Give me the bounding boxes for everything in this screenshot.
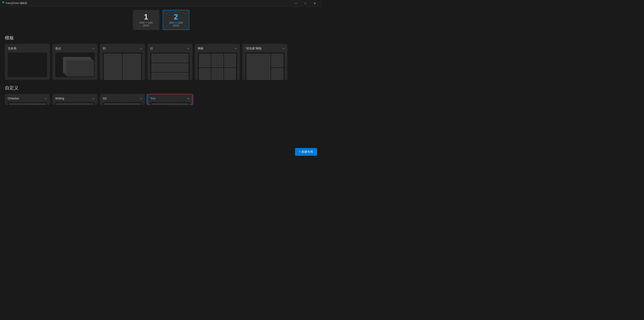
main-content: 1 2560 × 1600 200% 2 3841 × 2160 225% 模板… [0,7,322,160]
template-grid-edit-button[interactable] [235,47,237,50]
template-priority-grid-edit-button[interactable] [282,47,284,50]
custom-writing-preview [55,102,94,105]
template-focus-preview [55,53,94,77]
custom-test-title: Test [150,97,156,100]
custom-ohanlon-title: OHanlon [8,97,19,100]
col-2 [123,54,141,80]
template-priority-grid-header: "优先级"网格 [245,47,284,50]
writing-main [56,103,93,105]
monitor-card-2[interactable]: 2 3841 × 2160 225% [163,10,189,30]
template-priority-grid-title: "优先级"网格 [245,47,262,50]
custom-ss-preview [103,102,142,105]
monitor-2-resolution: 3841 × 2160 [167,21,185,24]
ohanlon-right-bottom [26,104,46,105]
close-button[interactable]: ✕ [310,0,320,7]
template-grid-title: 网格 [198,47,204,50]
template-rows-header: 行 [150,47,190,50]
monitor-1-resolution: 2560 × 1600 [137,21,155,24]
template-priority-grid-preview [245,53,284,80]
custom-ss-title: SS [103,97,107,100]
template-no-layout-preview [8,53,47,77]
test-cell-4 [172,105,188,105]
template-columns-header: 列 [103,47,142,50]
template-rows-preview [150,53,190,80]
templates-section-header: 模板 [5,35,317,41]
app-title: FancyZones 编辑器 [6,2,291,5]
priority-main-cell [246,54,270,80]
template-columns-edit-button[interactable] [140,47,142,50]
template-focus-header: 焦点 [55,47,94,50]
test-cell-3 [152,104,173,105]
custom-ohanlon[interactable]: OHanlon [5,94,50,105]
monitor-1-scale: 200% [137,24,155,27]
window-controls: ─ □ ✕ [291,0,320,7]
grid-cell-4 [199,68,211,80]
template-no-layout-header: 无布局 [8,47,47,50]
template-priority-grid[interactable]: "优先级"网格 [242,44,288,80]
custom-layouts-grid: OHanlon Writing SS [5,94,317,105]
template-focus[interactable]: 焦点 [52,44,98,80]
template-rows[interactable]: 行 [148,44,192,80]
custom-ss[interactable]: SS [100,94,145,105]
grid-cell-3 [224,54,236,67]
monitor-selector: 1 2560 × 1600 200% 2 3841 × 2160 225% [5,10,317,30]
ohanlon-left [9,103,26,105]
grid-cell-5 [212,68,223,80]
minimize-button[interactable]: ─ [291,0,301,7]
template-grid-header: 网格 [198,47,237,50]
custom-test-edit-button[interactable] [188,97,190,100]
ss-cell-3 [104,104,122,105]
custom-ss-header: SS [103,97,142,100]
custom-writing-title: Writing [55,97,64,100]
custom-ohanlon-edit-button[interactable] [45,97,47,100]
priority-side-cell-2 [271,68,283,80]
template-no-layout-title: 无布局 [8,47,16,50]
ss-cell-4 [122,104,141,105]
monitor-2-scale: 225% [167,24,185,27]
maximize-button[interactable]: □ [301,0,310,7]
template-rows-edit-button[interactable] [188,47,190,50]
new-layout-button[interactable]: + 新建布局 [295,148,317,156]
grid-cell-6 [224,68,236,80]
custom-ss-edit-button[interactable] [140,97,142,100]
priority-side-cell-1 [271,54,283,67]
template-focus-title: 焦点 [55,47,61,50]
template-columns-preview [103,53,142,80]
row-1 [152,54,188,63]
app-logo [2,2,6,5]
monitor-2-number: 2 [167,13,185,21]
custom-ohanlon-header: OHanlon [8,97,47,100]
template-grid-preview [198,53,237,80]
template-no-layout[interactable]: 无布局 [5,44,50,80]
custom-section-header: 自定义 [5,85,317,91]
template-focus-edit-button[interactable] [92,47,94,50]
row-3 [152,73,188,80]
template-columns-title: 列 [103,47,106,50]
titlebar: FancyZones 编辑器 ─ □ ✕ [0,0,322,7]
template-grid[interactable]: 网格 [195,44,240,80]
custom-test-header: Test [150,97,190,100]
monitor-1-number: 1 [137,13,155,21]
monitor-card-1[interactable]: 1 2560 × 1600 200% [133,10,160,30]
template-rows-title: 行 [150,47,153,50]
templates-grid: 无布局 焦点 列 [5,44,317,80]
focus-card-1 [66,60,94,76]
custom-test-preview [150,102,190,105]
template-columns[interactable]: 列 [100,44,145,80]
custom-test[interactable]: Test [148,94,192,105]
custom-writing[interactable]: Writing [52,94,98,105]
grid-cell-1 [199,54,211,67]
col-1 [104,54,122,80]
custom-ohanlon-preview [8,102,47,105]
row-2 [152,63,188,72]
grid-cell-2 [212,54,223,67]
custom-writing-edit-button[interactable] [92,97,94,100]
custom-writing-header: Writing [55,97,94,100]
